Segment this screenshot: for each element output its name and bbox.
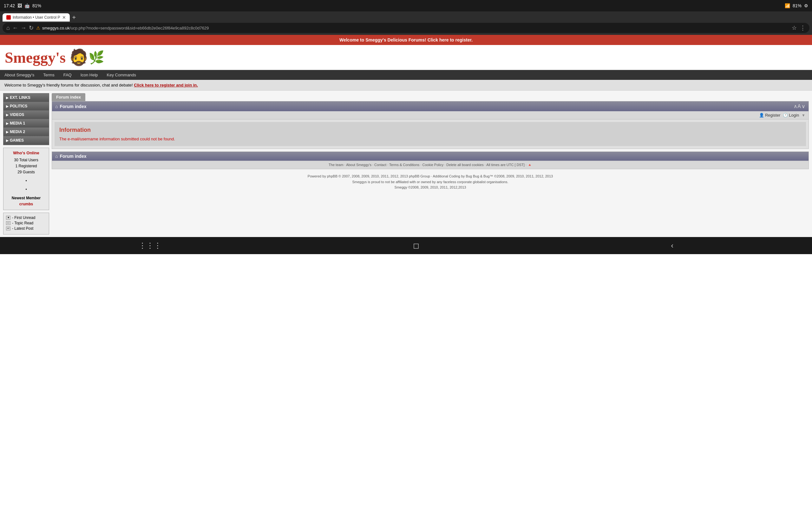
sub-welcome-bar: Welcome to Smeggy's friendly forums for … [0, 80, 812, 91]
welcome-banner[interactable]: Welcome to Smeggy's Delicious Forums! Cl… [0, 35, 812, 45]
footer-copy-line2: Smeggys is proud to not be affiliated wi… [54, 179, 807, 185]
nav-bar: About Smeggy's Terms FAQ Icon Help Key C… [0, 70, 812, 80]
back-button[interactable]: ← [12, 25, 18, 32]
legend-topic-read-label: - Topic Read [12, 221, 33, 225]
tab-favicon [6, 15, 11, 20]
footer-copy-line1: Powered by phpBB © 2007, 2008, 2009, 201… [54, 174, 807, 179]
sidebar-item-games[interactable]: ▶ GAMES [3, 136, 49, 145]
sidebar-item-media2[interactable]: ▶ MEDIA 2 [3, 128, 49, 136]
forum-index-tab[interactable]: Forum index [52, 93, 85, 101]
forum-panel-title-bottom: ⌂ Forum index [55, 154, 86, 159]
nav-terms[interactable]: Terms [39, 70, 59, 80]
menu-icon[interactable]: ⋮ [800, 24, 806, 32]
bottom-browser-bar: ⋮⋮⋮ ◻ ‹ [0, 237, 812, 254]
footer-the-team[interactable]: The team [328, 163, 343, 167]
sidebar-label-videos: VIDEOS [10, 112, 24, 117]
url-area[interactable]: ⚠ smeggys.co.uk/ucp.php?mode=sendpasswor… [36, 25, 789, 31]
forum-panel-header-bottom: ⌂ Forum index [52, 152, 809, 161]
legend-box: ★ - First Unread □ - Topic Read ↩ - Late… [3, 213, 49, 234]
nav-icons: ☆ ⋮ [792, 24, 806, 32]
arrow-icon: ▶ [6, 96, 9, 100]
legend-latest-post: ↩ - Latest Post [6, 226, 46, 231]
legend-topic-read: □ - Topic Read [6, 221, 46, 225]
nav-icon-help[interactable]: Icon Help [76, 70, 102, 80]
dropdown-arrow-icon[interactable]: ▼ [802, 113, 805, 118]
sidebar: ▶ EXT. LINKS ▶ POLITICS ▶ VIDEOS ▶ MEDIA… [3, 93, 49, 234]
forum-index-title-bottom: Forum index [60, 154, 86, 159]
legend-first-unread-label: - First Unread [12, 216, 35, 220]
arrow-icon: ▶ [6, 139, 9, 142]
information-title: Information [59, 127, 801, 133]
footer-contact[interactable]: Contact [374, 163, 386, 167]
nav-about[interactable]: About Smeggy's [0, 70, 39, 80]
font-size-controls: ∧A ∨ [794, 103, 805, 109]
topic-read-icon: □ [6, 221, 10, 225]
tab-close-button[interactable]: ✕ [62, 15, 66, 20]
legend-latest-post-label: - Latest Post [12, 226, 33, 231]
font-decrease-icon[interactable]: ∨ [802, 103, 805, 109]
bookmark-icon[interactable]: ☆ [792, 24, 797, 32]
font-increase-icon[interactable]: ∧A [794, 103, 801, 109]
first-unread-icon: ★ [6, 216, 10, 220]
latest-post-icon: ↩ [6, 227, 10, 230]
sidebar-label-media1: MEDIA 1 [10, 121, 25, 125]
register-link-btn[interactable]: 👤 Register [759, 113, 780, 118]
forum-panel-header-top: ⌂ Forum index ∧A ∨ [52, 101, 809, 111]
arrow-icon: ▶ [6, 113, 9, 117]
content-area: Forum index ⌂ Forum index ∧A ∨ 👤 Registe… [52, 93, 809, 234]
mistletoe-icon: 🌿 [89, 50, 104, 65]
url-domain: smeggys.co.uk [42, 26, 70, 31]
arrow-icon: ▶ [6, 122, 9, 125]
footer-delete-cookies[interactable]: Delete all board cookies [446, 163, 484, 167]
site-header: Smeggy's 🧔 🌿 [0, 45, 812, 70]
nav-faq[interactable]: FAQ [59, 70, 76, 80]
footer-utc-text: All times are UTC [486, 163, 513, 167]
url-path: /ucp.php?mode=sendpassword&sid=eb66db2e0… [70, 26, 209, 31]
arrow-icon: ▶ [6, 130, 9, 134]
footer-terms[interactable]: Terms & Conditions [389, 163, 419, 167]
register-link[interactable]: Welcome to Smeggy's Delicious Forums! Cl… [339, 38, 473, 43]
whos-online-box: Who's Online 30 Total Users 1 Registered… [3, 148, 49, 210]
forum-index-title-top: Forum index [60, 104, 86, 109]
forum-panel-title: ⌂ Forum index [55, 104, 86, 109]
footer-cookie[interactable]: Cookie Policy [422, 163, 444, 167]
home-icon-bottom: ⌂ [55, 154, 58, 159]
sub-welcome-register-link[interactable]: Click here to register and join in. [134, 83, 198, 88]
footer-about[interactable]: About Smeggy's [346, 163, 371, 167]
footer-dst[interactable]: DST [517, 163, 524, 167]
active-tab[interactable]: Information • User Control P ✕ [3, 13, 70, 21]
sidebar-item-ext-links[interactable]: ▶ EXT. LINKS [3, 94, 49, 102]
arrow-icon: ▶ [6, 105, 9, 108]
sidebar-item-politics[interactable]: ▶ POLITICS [3, 102, 49, 111]
reload-button[interactable]: ↻ [29, 24, 34, 32]
nav-key-commands[interactable]: Key Commands [102, 70, 141, 80]
new-tab-button[interactable]: + [72, 14, 76, 21]
sidebar-label-games: GAMES [10, 138, 24, 143]
bottom-menu-button[interactable]: ⋮⋮⋮ [139, 241, 161, 250]
login-link-btn[interactable]: 🕐 Login [783, 113, 799, 118]
login-icon: 🕐 [783, 113, 788, 118]
browser-chrome: Information • User Control P ✕ + ⌂ ← → ↻… [0, 11, 812, 35]
sidebar-item-media1[interactable]: ▶ MEDIA 1 [3, 119, 49, 128]
home-icon: ⌂ [55, 104, 58, 109]
url-display[interactable]: smeggys.co.uk/ucp.php?mode=sendpassword&… [42, 26, 789, 31]
footer-up-icon: 🔺 [527, 163, 532, 167]
sidebar-item-videos[interactable]: ▶ VIDEOS [3, 111, 49, 119]
status-bar: 17:42 🖼 🤖 81% 📶 81% ⚙ [0, 0, 812, 11]
footer-copyright: Powered by phpBB © 2007, 2008, 2009, 201… [52, 172, 809, 192]
sidebar-label-media2: MEDIA 2 [10, 130, 25, 134]
tab-bar: Information • User Control P ✕ + [3, 13, 809, 21]
footer-links: The team · About Smeggy's · Contact · Te… [52, 161, 809, 169]
newest-member-name[interactable]: crumbs [6, 201, 46, 207]
forward-button[interactable]: → [20, 25, 26, 32]
registered-users: 1 Registered [6, 163, 46, 169]
forum-index-panel-top: ⌂ Forum index ∧A ∨ 👤 Register 🕐 Login [52, 101, 809, 149]
bottom-home-button[interactable]: ◻ [413, 241, 419, 250]
home-button[interactable]: ⌂ [6, 25, 10, 32]
footer-copy-line3: Smeggy ©2008, 2009, 2010, 2011, 2012,201… [54, 185, 807, 190]
forum-index-panel-bottom: ⌂ Forum index The team · About Smeggy's … [52, 152, 809, 169]
register-icon: 👤 [759, 113, 764, 118]
wifi-icon: 📶 [785, 3, 790, 8]
sub-welcome-text: Welcome to Smeggy's friendly forums for … [4, 83, 133, 88]
bottom-back-button[interactable]: ‹ [671, 241, 673, 250]
